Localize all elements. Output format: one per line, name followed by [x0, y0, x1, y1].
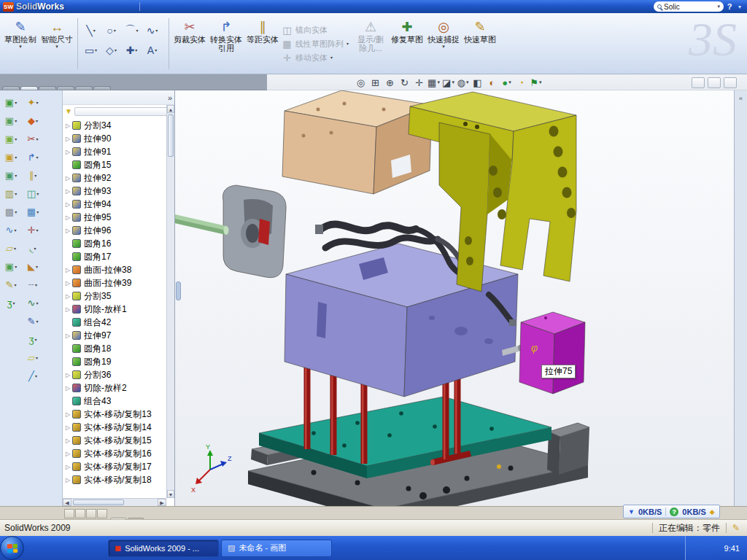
repair-sketch-button[interactable]: ✚ 修复草图 ▾ [390, 15, 425, 72]
pan-icon[interactable]: ✛ ▾ [413, 76, 425, 89]
view-orientation-icon[interactable]: ◐ ▾ [486, 76, 498, 89]
first-tab-button[interactable] [64, 509, 74, 518]
taskbar-paint-button[interactable]: ▨ 未命名 - 画图 [221, 540, 332, 557]
tree-vertical-scrollbar[interactable]: ▲ ▼ [166, 105, 174, 498]
more-tabs-icon[interactable]: » [168, 93, 172, 102]
arc-tool-icon[interactable]: ⌒ ▾ [122, 21, 142, 40]
scroll-right-icon[interactable]: ▶ [158, 499, 166, 506]
redo-icon[interactable] [209, 1, 221, 12]
section-view-icon[interactable]: ◧ ▾ [471, 76, 484, 89]
hide-show-items-icon[interactable]: ◍ ▾ [457, 76, 469, 89]
tree-item[interactable]: ▷ 拉伸90 [64, 132, 174, 145]
expand-arrow-icon[interactable]: ▷ [64, 149, 71, 155]
dropdown-caret-icon[interactable]: ▾ [35, 337, 37, 343]
sketch-entities-icon[interactable]: ◆ ▾ [23, 112, 43, 130]
green-rod-part[interactable] [175, 214, 229, 235]
dropdown-caret-icon[interactable]: ▾ [14, 282, 16, 288]
annotation-icon[interactable]: ⚑ ▾ [530, 76, 542, 89]
dropdown-caret-icon[interactable]: ▾ [34, 173, 36, 179]
dropdown-caret-icon[interactable]: ▾ [36, 155, 38, 160]
text-tool-icon[interactable]: A ▾ [142, 41, 162, 60]
dropdown-caret-icon[interactable]: ▾ [15, 191, 17, 197]
3d-sketch-icon[interactable]: ✎ ▾ [23, 312, 43, 330]
spline-icon[interactable]: ∿ ▾ [23, 294, 43, 312]
scroll-left-icon[interactable]: ◀ [63, 499, 71, 506]
tree-item[interactable]: ▷ 实体-移动/复制18 [64, 473, 174, 486]
expand-arrow-icon[interactable]: ▷ [64, 293, 71, 300]
rapid-sketch-button[interactable]: ✎ 快速草图 ▾ [462, 15, 498, 72]
dropdown-caret-icon[interactable]: ▾ [95, 47, 97, 53]
tree-item[interactable]: ▷ 切除-放样2 [64, 381, 174, 394]
undo-icon[interactable] [196, 1, 208, 12]
tree-item[interactable]: ▷ 拉伸97 [64, 329, 174, 342]
search-box[interactable]: Solic ▾ [654, 1, 724, 12]
tree-item[interactable]: ▷ 圆角18 [64, 342, 174, 355]
sketch-toolbar-icon[interactable]: ▣ ▾ [1, 112, 21, 130]
expand-arrow-icon[interactable]: ▷ [64, 122, 71, 129]
command-tab[interactable] [93, 86, 111, 90]
display-delete-relations-button[interactable]: ⚠ 显示/删除几... ▾ [353, 15, 388, 72]
expand-arrow-icon[interactable]: ▷ [64, 451, 71, 457]
tree-filter-field[interactable] [74, 107, 172, 116]
help-icon[interactable]: ? [724, 2, 735, 11]
expand-arrow-icon[interactable]: ▷ [64, 214, 71, 221]
tree-item[interactable]: ▷ 分割34 [64, 119, 174, 132]
command-tab[interactable] [57, 86, 74, 90]
graphics-viewport[interactable]: φ Y X Z [175, 90, 734, 506]
expand-arrow-icon[interactable]: ▷ [64, 175, 71, 182]
axis-icon[interactable]: ╱ ▾ [23, 367, 43, 385]
dropdown-caret-icon[interactable]: ▾ [437, 79, 440, 85]
palette-icon[interactable] [735, 158, 747, 174]
tree-item[interactable]: ▷ 圆角16 [64, 237, 174, 250]
dropdown-caret-icon[interactable]: ▾ [466, 79, 469, 85]
command-tab[interactable] [2, 86, 20, 90]
tree-item[interactable]: ▷ 圆角19 [64, 355, 174, 368]
close-doc-button[interactable] [724, 77, 737, 88]
dropdown-caret-icon[interactable]: ▾ [36, 100, 38, 106]
prev-tab-button[interactable] [75, 509, 85, 518]
dropdown-caret-icon[interactable]: ▾ [36, 136, 38, 142]
tree-item[interactable]: ▷ 曲面-拉伸38 [64, 263, 174, 276]
circle-tool-icon[interactable]: ○ ▾ [101, 21, 121, 40]
pattern-toolbar-icon[interactable]: ▩ ▾ [1, 203, 21, 221]
save-icon[interactable] [169, 1, 182, 12]
tree-item[interactable]: ▷ 实体-移动/复制15 [64, 434, 174, 447]
netmon-status-icon[interactable]: ? [670, 508, 678, 516]
rapid-sketch-icon[interactable]: ʒ ▾ [23, 330, 43, 349]
menu-item[interactable] [128, 6, 136, 7]
tree-item[interactable]: ▷ 实体-移动/复制13 [64, 408, 174, 421]
dropdown-caret-icon[interactable]: ▾ [15, 118, 17, 124]
new-document-icon[interactable] [143, 1, 155, 12]
linear-pattern-icon[interactable]: ▦ ▾ [23, 203, 43, 221]
taskpane-collapse-icon[interactable]: « [739, 95, 743, 102]
move-icon[interactable]: ✛ ▾ [23, 221, 43, 239]
menu-item[interactable] [99, 6, 108, 7]
weldments-toolbar-icon[interactable]: ▣ ▾ [1, 166, 21, 184]
linear-sketch-pattern-button[interactable]: ▦ 线性草图阵列 ▾ [282, 39, 352, 50]
trim-entities-button[interactable]: ✂ 剪裁实体 ▾ [172, 15, 207, 72]
rebuild-icon[interactable] [235, 1, 247, 12]
dropdown-caret-icon[interactable]: ▾ [35, 282, 37, 288]
mirror-icon[interactable]: ◫ ▾ [23, 184, 43, 203]
dropdown-caret-icon[interactable]: ▾ [135, 47, 137, 53]
expand-arrow-icon[interactable]: ▷ [64, 411, 71, 418]
dropdown-caret-icon[interactable]: ▾ [155, 28, 158, 34]
custom-properties-icon[interactable] [735, 192, 747, 207]
search-dropdown-icon[interactable]: ▾ [717, 4, 720, 9]
select-icon[interactable] [222, 1, 234, 12]
model-canvas[interactable]: φ Y X Z [175, 90, 734, 506]
design-library-icon[interactable] [735, 125, 747, 140]
plane-icon[interactable]: ▱ ▾ [23, 349, 43, 367]
restore-doc-button[interactable] [708, 77, 721, 88]
dropdown-caret-icon[interactable]: ▾ [539, 79, 542, 85]
expand-arrow-icon[interactable]: ▷ [64, 267, 71, 273]
spline-tool-icon[interactable]: ∿ ▾ [142, 21, 162, 40]
dropdown-caret-icon[interactable]: ▾ [36, 209, 39, 215]
dropdown-caret-icon[interactable]: ▾ [36, 355, 38, 361]
next-tab-button[interactable] [86, 509, 96, 518]
scroll-up-icon[interactable]: ▲ [167, 105, 174, 113]
offset-entities-button[interactable]: ∥ 等距实体 ▾ [245, 15, 280, 72]
convert-icon[interactable]: ↱ ▾ [23, 148, 43, 166]
dropdown-caret-icon[interactable]: ▾ [36, 191, 39, 197]
dropdown-caret-icon[interactable]: ▾ [93, 28, 96, 34]
